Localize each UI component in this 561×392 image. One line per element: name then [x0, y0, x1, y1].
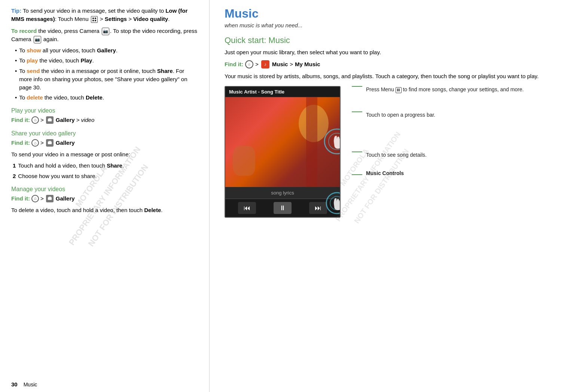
- home-icon-share: ⌂: [31, 139, 39, 147]
- bullet-send-word: send: [27, 68, 40, 74]
- hand-icon-progress: [323, 128, 340, 156]
- bullet-list: • To show all your videos, touch Gallery…: [15, 46, 198, 102]
- svg-rect-4: [48, 197, 52, 200]
- music-home-icon: ⌂: [245, 60, 253, 68]
- tip-text2: : Touch Menu: [55, 16, 90, 22]
- bullet-show-gallery: Gallery: [97, 47, 116, 53]
- gallery-icon-play: [46, 116, 54, 124]
- section-play-header: Play your videos: [11, 106, 198, 115]
- tip-text4: >: [127, 16, 133, 22]
- prev-button[interactable]: ⏮: [238, 202, 256, 214]
- music-find-label: Find it:: [225, 61, 243, 67]
- bullet-send-share: Share: [157, 68, 173, 74]
- callout-text-menu: Press Menu to find more songs, change yo…: [366, 86, 524, 94]
- tip-text5: .: [168, 16, 170, 22]
- callout-text-progress: Touch to open a progress bar.: [366, 111, 435, 119]
- touch-hand-progress: [323, 128, 340, 157]
- section-play-videos: Play your videos Find it: ⌂ > Gallery > …: [11, 106, 198, 125]
- gallery-icon-share: [46, 139, 54, 147]
- hand-icon-details: [325, 191, 341, 215]
- callout-progress-bar: Touch to open a progress bar.: [352, 111, 524, 122]
- section-manage-header: Manage your videos: [11, 185, 198, 193]
- camera-icon1: 📷: [102, 28, 109, 35]
- gallery-icon-manage: [46, 195, 54, 202]
- gallery-label-share: Gallery: [56, 138, 75, 147]
- callout-dash-1: [352, 86, 362, 87]
- tip-paragraph: Tip: To send your video in a message, se…: [11, 7, 198, 23]
- find-it-play: Find it: ⌂ > Gallery > video: [11, 116, 198, 125]
- share-step1: 1 Touch and hold a video, then touch Sha…: [13, 162, 198, 170]
- bullet-delete-label: Delete: [86, 94, 103, 101]
- page-number: 30: [11, 381, 18, 388]
- music-player-card: Music Artist - Song Title: [225, 86, 341, 218]
- callout-menu-icon: [396, 87, 402, 93]
- bullet-delete: • To delete the video, touch Delete.: [15, 94, 198, 102]
- right-column: MOTOROLAPROPRIETARY INFORMATIONNOT FOR D…: [210, 0, 561, 392]
- svg-rect-2: [48, 142, 52, 144]
- music-body-text: Your music is stored by artists, albums,…: [225, 72, 550, 80]
- callout-music-controls: Music Controls: [352, 169, 524, 180]
- callout-dash-3: [352, 151, 362, 152]
- bullet-play: • To play the video, touch Play.: [15, 56, 198, 65]
- home-icon-manage: ⌂: [31, 195, 39, 202]
- section-share-header: Share your video gallery: [11, 129, 198, 138]
- section-share-gallery: Share your video gallery Find it: ⌂ > Ga…: [11, 129, 198, 180]
- bullet-send: • To send the video in a message or post…: [15, 67, 198, 91]
- music-app-icon: ♪: [261, 60, 269, 68]
- record-text3: again.: [42, 36, 59, 42]
- left-column: MOTOROLAPROPRIETARY INFORMATIONNOT FOR D…: [0, 0, 210, 392]
- page-label: Music: [24, 382, 37, 388]
- tip-bold3: Video quality: [133, 16, 168, 22]
- callouts-column: Press Menu to find more songs, change yo…: [348, 86, 524, 184]
- share-step2: 2 Choose how you want to share.: [13, 172, 198, 180]
- player-controls[interactable]: ⏮ ⏸ ⏭: [225, 199, 340, 217]
- music-subtitle: when music is what you need...: [225, 21, 550, 30]
- video-italic: video: [81, 116, 94, 125]
- tip-label: Tip:: [11, 7, 21, 14]
- manage-para: To delete a video, touch and hold a vide…: [11, 206, 198, 214]
- tip-text: To send your video in a message, set the…: [21, 7, 165, 14]
- callout-label-controls: Music Controls: [366, 169, 404, 177]
- callout-dash-2: [352, 111, 362, 112]
- share-para: To send your video in a message or post …: [11, 150, 198, 159]
- callout-press-menu: Press Menu to find more songs, change yo…: [352, 86, 524, 97]
- tip-bold2: Settings: [105, 16, 127, 22]
- touch-hand-song-details: [325, 191, 341, 217]
- bullet-delete-word: delete: [27, 94, 43, 101]
- find-it-share: Find it: ⌂ > Gallery: [11, 138, 198, 147]
- art-layer3: [233, 146, 255, 176]
- gallery-label-play: Gallery: [56, 116, 75, 125]
- callout-text-details: Touch to see song details.: [366, 151, 427, 159]
- bullet-play-label: Play: [81, 57, 92, 64]
- svg-rect-0: [48, 119, 52, 122]
- find-it-manage: Find it: ⌂ > Gallery: [11, 194, 198, 203]
- bullet-show-word: show: [27, 47, 41, 53]
- record-green: To record: [11, 28, 37, 34]
- my-music-label: My Music: [295, 61, 320, 67]
- bullet-play-word: play: [27, 57, 38, 64]
- home-icon-play: ⌂: [31, 116, 39, 124]
- music-label: Music: [272, 61, 288, 67]
- bullet-show: • To show all your videos, touch Gallery…: [15, 46, 198, 55]
- music-player-card-inner: Music Artist - Song Title: [225, 86, 341, 218]
- callout-song-details: Touch to see song details.: [352, 151, 524, 162]
- svg-rect-5: [48, 197, 51, 197]
- tip-text3: >: [98, 16, 105, 22]
- quick-start-header: Quick start: Music: [225, 36, 550, 45]
- section-manage-videos: Manage your videos Find it: ⌂ > Gallery …: [11, 185, 198, 214]
- pause-button[interactable]: ⏸: [274, 202, 292, 214]
- gallery-label-manage: Gallery: [56, 194, 75, 203]
- page-num-line: 30 Music: [11, 381, 37, 388]
- music-find-it-line: Find it: ⌂ > ♪ Music > My Music: [225, 60, 550, 68]
- svg-rect-1: [48, 118, 51, 119]
- quick-start-intro: Just open your music library, then selec…: [225, 48, 550, 56]
- player-artwork: [225, 97, 340, 187]
- callout-dash-4: [352, 174, 362, 175]
- music-title: Music: [225, 7, 550, 21]
- art-stripe: [306, 97, 317, 187]
- camera-icon2: 📷: [34, 36, 41, 43]
- svg-rect-3: [48, 141, 51, 142]
- record-text1: the video, press Camera: [37, 28, 101, 34]
- music-player-area: Music Artist - Song Title: [225, 86, 550, 218]
- player-lyrics-bar: song lyrics: [225, 187, 340, 199]
